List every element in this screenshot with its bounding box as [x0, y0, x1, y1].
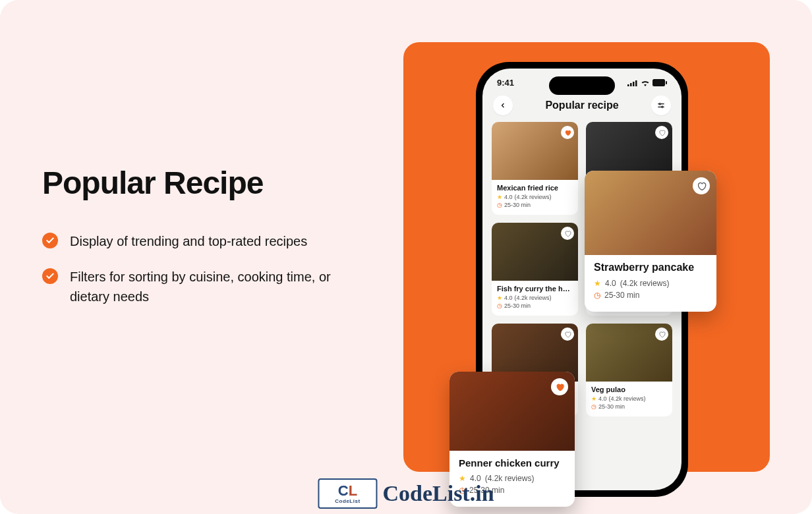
star-icon: ★ — [497, 295, 502, 301]
feature-showcase: Popular Recipe Display of trending and t… — [0, 0, 812, 514]
check-icon — [42, 268, 58, 284]
svg-rect-1 — [630, 83, 632, 86]
feature-item: Filters for sorting by cuisine, cooking … — [42, 267, 359, 306]
check-icon — [42, 233, 58, 248]
recipe-card[interactable]: Veg pulao ★4.0(4.2k reviews) ◷25-30 min — [586, 324, 672, 416]
left-column: Popular Recipe Display of trending and t… — [42, 165, 359, 322]
feature-text: Display of trending and top-rated recipe… — [70, 231, 307, 251]
header-title: Popular recipe — [545, 100, 618, 111]
star-icon: ★ — [497, 194, 502, 200]
heart-button[interactable] — [655, 126, 668, 139]
recipe-title: Strawberry pancake — [594, 262, 707, 273]
phone-notch — [549, 76, 615, 95]
heart-button[interactable] — [551, 378, 568, 395]
heart-button[interactable] — [561, 126, 574, 139]
recipe-title: Penner chicken curry — [459, 457, 566, 469]
recipe-card[interactable]: Fish fry curry the home... ★4.0(4.2k rev… — [492, 223, 578, 316]
recipe-title: Mexican fried rice — [497, 184, 573, 192]
watermark-logo: CL CodeList — [318, 478, 377, 509]
svg-rect-0 — [627, 84, 629, 86]
signal-icon — [627, 80, 638, 86]
star-icon: ★ — [594, 279, 601, 288]
recipe-image — [586, 324, 672, 382]
heart-button[interactable] — [561, 328, 574, 341]
recipe-title: Fish fry curry the home... — [497, 285, 573, 293]
recipe-image — [450, 372, 575, 451]
status-time: 9:41 — [497, 78, 514, 88]
svg-rect-3 — [635, 80, 637, 86]
heart-button[interactable] — [693, 177, 710, 194]
watermark: CL CodeList CodeList.in — [318, 478, 494, 509]
status-icons — [627, 79, 667, 86]
clock-icon: ◷ — [497, 202, 502, 208]
svg-rect-4 — [652, 79, 665, 86]
recipe-title: Veg pulao — [591, 386, 667, 393]
svg-rect-5 — [666, 81, 667, 84]
heart-button[interactable] — [561, 227, 574, 240]
feature-item: Display of trending and top-rated recipe… — [42, 231, 359, 251]
clock-icon: ◷ — [497, 302, 502, 309]
recipe-image — [492, 122, 578, 180]
clock-icon: ◷ — [591, 403, 596, 410]
star-icon: ★ — [591, 395, 596, 402]
battery-icon — [652, 79, 667, 86]
back-button[interactable] — [493, 96, 513, 115]
recipe-image — [492, 223, 578, 281]
heart-button[interactable] — [655, 328, 668, 341]
section-title: Popular Recipe — [42, 165, 359, 201]
svg-point-9 — [662, 106, 663, 107]
recipe-image — [585, 171, 716, 255]
svg-rect-2 — [633, 82, 635, 86]
watermark-text: CodeList.in — [382, 481, 494, 506]
recipe-card[interactable]: Mexican fried rice ★4.0(4.2k reviews) ◷2… — [492, 122, 578, 215]
svg-point-7 — [659, 103, 660, 105]
clock-icon: ◷ — [594, 291, 600, 300]
filter-button[interactable] — [651, 96, 671, 115]
preview-panel: 9:41 Popular recipe — [403, 42, 770, 472]
popout-card-pancake[interactable]: Strawberry pancake ★4.0(4.2k reviews) ◷2… — [585, 171, 716, 312]
wifi-icon — [641, 80, 650, 86]
feature-text: Filters for sorting by cuisine, cooking … — [70, 267, 359, 306]
